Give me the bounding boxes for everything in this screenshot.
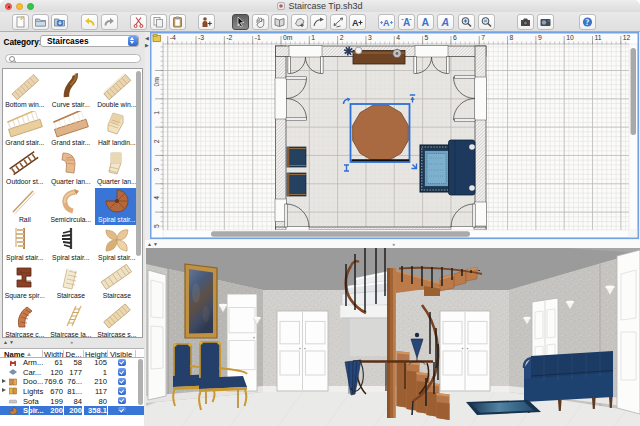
svg-text:9: 9 (538, 34, 542, 41)
svg-text:5: 5 (153, 224, 160, 228)
svg-text:11: 11 (595, 34, 602, 41)
svg-text:3: 3 (368, 34, 372, 41)
svg-text:7: 7 (481, 34, 485, 41)
svg-text:A: A (352, 18, 359, 28)
svg-text:-2: -2 (226, 34, 232, 41)
svg-text:2: 2 (340, 34, 344, 41)
svg-text:10: 10 (566, 34, 574, 41)
svg-text:0m: 0m (283, 34, 293, 41)
svg-text:5: 5 (425, 34, 429, 41)
svg-text:A: A (440, 16, 449, 28)
svg-text:-3: -3 (198, 34, 204, 41)
svg-text:-1: -1 (255, 34, 261, 41)
svg-text:3: 3 (153, 167, 160, 171)
svg-text:4: 4 (153, 196, 160, 200)
svg-text:?: ? (585, 18, 589, 27)
svg-text:12: 12 (623, 34, 631, 41)
svg-text:2: 2 (153, 139, 160, 143)
svg-text:4: 4 (396, 34, 400, 41)
svg-text:8: 8 (510, 34, 514, 41)
svg-text:A: A (403, 17, 410, 28)
svg-text:1: 1 (153, 111, 160, 115)
svg-text:6: 6 (453, 34, 457, 41)
svg-text:1: 1 (311, 34, 315, 41)
svg-text:-4: -4 (170, 34, 176, 41)
svg-text:A: A (422, 16, 430, 28)
svg-text:A: A (383, 18, 390, 28)
svg-text:0m: 0m (153, 77, 160, 87)
